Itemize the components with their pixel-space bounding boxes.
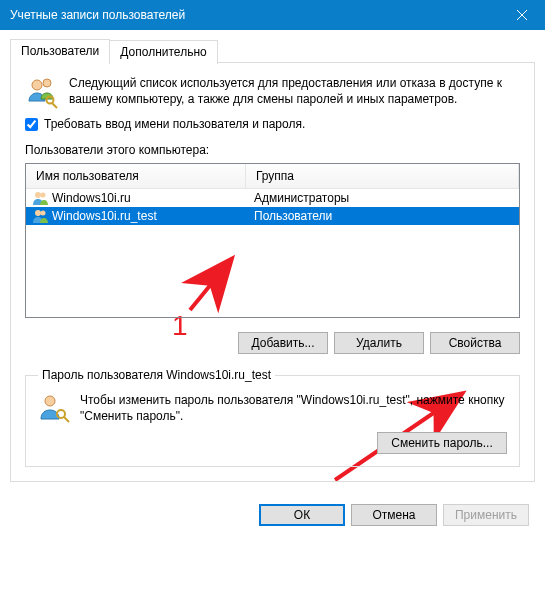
require-login-label: Требовать ввод имени пользователя и паро… (44, 117, 305, 131)
user-row[interactable]: Windows10i.ru Администраторы (26, 189, 519, 207)
password-groupbox-legend: Пароль пользователя Windows10i.ru_test (38, 368, 275, 382)
svg-line-12 (64, 417, 69, 422)
column-group-header[interactable]: Группа (246, 164, 519, 188)
user-buttons-row: Добавить... Удалить Свойства (25, 332, 520, 354)
svg-point-9 (41, 211, 46, 216)
svg-point-6 (35, 192, 41, 198)
add-button[interactable]: Добавить... (238, 332, 328, 354)
user-icon (32, 208, 48, 224)
user-group: Пользователи (246, 209, 519, 223)
users-of-computer-label: Пользователи этого компьютера: (25, 143, 520, 157)
user-icon (32, 190, 48, 206)
close-icon (517, 10, 527, 20)
user-name: Windows10i.ru_test (52, 209, 157, 223)
titlebar: Учетные записи пользователей (0, 0, 545, 30)
window-title: Учетные записи пользователей (10, 8, 499, 22)
svg-point-10 (45, 396, 55, 406)
password-text: Чтобы изменить пароль пользователя "Wind… (80, 392, 507, 424)
remove-button[interactable]: Удалить (334, 332, 424, 354)
require-login-checkbox[interactable] (25, 118, 38, 131)
svg-point-7 (41, 193, 46, 198)
svg-point-3 (43, 79, 51, 87)
intro-text: Следующий список используется для предос… (69, 75, 520, 109)
cancel-button[interactable]: Отмена (351, 504, 437, 526)
tab-users[interactable]: Пользователи (10, 39, 110, 64)
password-groupbox: Пароль пользователя Windows10i.ru_test Ч… (25, 368, 520, 467)
svg-point-2 (32, 80, 42, 90)
tab-panel-users: Следующий список используется для предос… (10, 62, 535, 482)
column-name-header[interactable]: Имя пользователя (26, 164, 246, 188)
change-password-button[interactable]: Сменить пароль... (377, 432, 507, 454)
tab-advanced[interactable]: Дополнительно (109, 40, 217, 64)
ok-button[interactable]: ОК (259, 504, 345, 526)
close-button[interactable] (499, 0, 545, 30)
require-login-checkbox-row[interactable]: Требовать ввод имени пользователя и паро… (25, 117, 520, 131)
intro-section: Следующий список используется для предос… (25, 75, 520, 109)
svg-point-8 (35, 210, 41, 216)
user-name: Windows10i.ru (52, 191, 131, 205)
apply-button[interactable]: Применить (443, 504, 529, 526)
user-row-selected[interactable]: Windows10i.ru_test Пользователи (26, 207, 519, 225)
properties-button[interactable]: Свойства (430, 332, 520, 354)
window-body: Пользователи Дополнительно Следующий спи… (0, 30, 545, 492)
user-key-icon (38, 392, 70, 424)
tab-strip: Пользователи Дополнительно (10, 39, 535, 63)
users-listbox[interactable]: Имя пользователя Группа Windows10i.ru Ад… (25, 163, 520, 318)
listbox-header: Имя пользователя Группа (26, 164, 519, 189)
dialog-button-row: ОК Отмена Применить (0, 492, 545, 540)
users-keys-icon (25, 75, 59, 109)
user-group: Администраторы (246, 191, 519, 205)
svg-line-5 (52, 103, 57, 108)
